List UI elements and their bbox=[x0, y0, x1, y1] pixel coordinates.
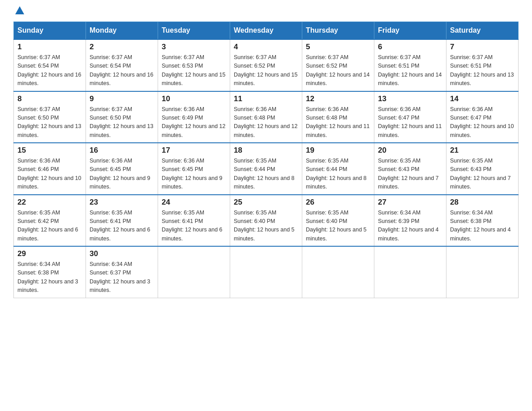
calendar-header-friday: Friday bbox=[374, 22, 446, 40]
day-info: Sunrise: 6:34 AMSunset: 6:37 PMDaylight:… bbox=[90, 260, 154, 295]
calendar-cell: 26Sunrise: 6:35 AMSunset: 6:40 PMDayligh… bbox=[302, 195, 374, 247]
day-info: Sunrise: 6:36 AMSunset: 6:48 PMDaylight:… bbox=[234, 105, 298, 140]
day-info: Sunrise: 6:34 AMSunset: 6:38 PMDaylight:… bbox=[17, 260, 82, 295]
day-info: Sunrise: 6:34 AMSunset: 6:39 PMDaylight:… bbox=[378, 209, 442, 244]
day-number: 29 bbox=[17, 249, 82, 258]
day-info: Sunrise: 6:36 AMSunset: 6:47 PMDaylight:… bbox=[378, 105, 442, 140]
day-number: 24 bbox=[162, 198, 226, 207]
day-info: Sunrise: 6:37 AMSunset: 6:51 PMDaylight:… bbox=[378, 53, 442, 88]
calendar-cell: 3Sunrise: 6:37 AMSunset: 6:53 PMDaylight… bbox=[158, 39, 230, 91]
day-number: 22 bbox=[17, 198, 82, 207]
calendar-cell: 18Sunrise: 6:35 AMSunset: 6:44 PMDayligh… bbox=[230, 143, 302, 195]
day-info: Sunrise: 6:35 AMSunset: 6:43 PMDaylight:… bbox=[378, 157, 442, 192]
calendar-cell: 29Sunrise: 6:34 AMSunset: 6:38 PMDayligh… bbox=[14, 246, 86, 298]
calendar-header-thursday: Thursday bbox=[302, 22, 374, 40]
day-number: 14 bbox=[450, 94, 515, 103]
day-number: 19 bbox=[306, 146, 370, 155]
calendar-cell: 6Sunrise: 6:37 AMSunset: 6:51 PMDaylight… bbox=[374, 39, 446, 91]
calendar-cell: 21Sunrise: 6:35 AMSunset: 6:43 PMDayligh… bbox=[446, 143, 519, 195]
day-number: 18 bbox=[234, 146, 298, 155]
calendar-cell: 13Sunrise: 6:36 AMSunset: 6:47 PMDayligh… bbox=[374, 91, 446, 143]
calendar-week-5: 29Sunrise: 6:34 AMSunset: 6:38 PMDayligh… bbox=[14, 246, 519, 298]
calendar-table: SundayMondayTuesdayWednesdayThursdayFrid… bbox=[13, 21, 519, 298]
day-number: 8 bbox=[17, 94, 82, 103]
day-info: Sunrise: 6:37 AMSunset: 6:52 PMDaylight:… bbox=[306, 53, 370, 88]
calendar-cell: 16Sunrise: 6:36 AMSunset: 6:45 PMDayligh… bbox=[86, 143, 158, 195]
day-number: 5 bbox=[306, 43, 370, 51]
day-info: Sunrise: 6:36 AMSunset: 6:48 PMDaylight:… bbox=[306, 105, 370, 140]
day-info: Sunrise: 6:37 AMSunset: 6:50 PMDaylight:… bbox=[17, 105, 82, 140]
calendar-cell: 1Sunrise: 6:37 AMSunset: 6:54 PMDaylight… bbox=[14, 39, 86, 91]
day-info: Sunrise: 6:37 AMSunset: 6:54 PMDaylight:… bbox=[17, 53, 82, 88]
logo bbox=[13, 9, 25, 13]
calendar-cell bbox=[446, 246, 519, 298]
day-info: Sunrise: 6:35 AMSunset: 6:41 PMDaylight:… bbox=[162, 209, 226, 244]
calendar-cell: 23Sunrise: 6:35 AMSunset: 6:41 PMDayligh… bbox=[86, 195, 158, 247]
calendar-cell: 10Sunrise: 6:36 AMSunset: 6:49 PMDayligh… bbox=[158, 91, 230, 143]
day-number: 10 bbox=[162, 94, 226, 103]
day-info: Sunrise: 6:35 AMSunset: 6:42 PMDaylight:… bbox=[17, 209, 82, 244]
calendar-header-saturday: Saturday bbox=[446, 22, 519, 40]
calendar-cell: 15Sunrise: 6:36 AMSunset: 6:46 PMDayligh… bbox=[14, 143, 86, 195]
day-number: 3 bbox=[162, 43, 226, 51]
day-number: 23 bbox=[90, 198, 154, 207]
day-number: 15 bbox=[17, 146, 82, 155]
calendar-cell: 12Sunrise: 6:36 AMSunset: 6:48 PMDayligh… bbox=[302, 91, 374, 143]
day-info: Sunrise: 6:34 AMSunset: 6:38 PMDaylight:… bbox=[450, 209, 515, 244]
day-info: Sunrise: 6:35 AMSunset: 6:41 PMDaylight:… bbox=[90, 209, 154, 244]
day-number: 16 bbox=[90, 146, 154, 155]
calendar-cell bbox=[374, 246, 446, 298]
day-number: 7 bbox=[450, 43, 515, 51]
day-number: 1 bbox=[17, 43, 82, 51]
day-info: Sunrise: 6:37 AMSunset: 6:50 PMDaylight:… bbox=[90, 105, 154, 140]
day-number: 4 bbox=[234, 43, 298, 51]
day-info: Sunrise: 6:35 AMSunset: 6:40 PMDaylight:… bbox=[306, 209, 370, 244]
day-info: Sunrise: 6:35 AMSunset: 6:43 PMDaylight:… bbox=[450, 157, 515, 192]
day-info: Sunrise: 6:37 AMSunset: 6:51 PMDaylight:… bbox=[450, 53, 515, 88]
day-info: Sunrise: 6:36 AMSunset: 6:45 PMDaylight:… bbox=[90, 157, 154, 192]
calendar-cell: 30Sunrise: 6:34 AMSunset: 6:37 PMDayligh… bbox=[86, 246, 158, 298]
day-number: 13 bbox=[378, 94, 442, 103]
day-info: Sunrise: 6:35 AMSunset: 6:44 PMDaylight:… bbox=[306, 157, 370, 192]
calendar-cell: 14Sunrise: 6:36 AMSunset: 6:47 PMDayligh… bbox=[446, 91, 519, 143]
day-info: Sunrise: 6:37 AMSunset: 6:53 PMDaylight:… bbox=[162, 53, 226, 88]
day-number: 9 bbox=[90, 94, 154, 103]
day-info: Sunrise: 6:35 AMSunset: 6:44 PMDaylight:… bbox=[234, 157, 298, 192]
calendar-cell: 25Sunrise: 6:35 AMSunset: 6:40 PMDayligh… bbox=[230, 195, 302, 247]
day-number: 2 bbox=[90, 43, 154, 51]
calendar-cell: 4Sunrise: 6:37 AMSunset: 6:52 PMDaylight… bbox=[230, 39, 302, 91]
day-number: 25 bbox=[234, 198, 298, 207]
day-info: Sunrise: 6:36 AMSunset: 6:49 PMDaylight:… bbox=[162, 105, 226, 140]
day-number: 26 bbox=[306, 198, 370, 207]
calendar-week-3: 15Sunrise: 6:36 AMSunset: 6:46 PMDayligh… bbox=[14, 143, 519, 195]
calendar-week-4: 22Sunrise: 6:35 AMSunset: 6:42 PMDayligh… bbox=[14, 195, 519, 247]
calendar-cell: 7Sunrise: 6:37 AMSunset: 6:51 PMDaylight… bbox=[446, 39, 519, 91]
calendar-header-row: SundayMondayTuesdayWednesdayThursdayFrid… bbox=[14, 22, 519, 40]
calendar-header-tuesday: Tuesday bbox=[158, 22, 230, 40]
day-info: Sunrise: 6:36 AMSunset: 6:45 PMDaylight:… bbox=[162, 157, 226, 192]
calendar-cell: 24Sunrise: 6:35 AMSunset: 6:41 PMDayligh… bbox=[158, 195, 230, 247]
calendar-cell: 28Sunrise: 6:34 AMSunset: 6:38 PMDayligh… bbox=[446, 195, 519, 247]
page-header bbox=[13, 9, 519, 13]
calendar-cell: 5Sunrise: 6:37 AMSunset: 6:52 PMDaylight… bbox=[302, 39, 374, 91]
calendar-cell: 17Sunrise: 6:36 AMSunset: 6:45 PMDayligh… bbox=[158, 143, 230, 195]
day-info: Sunrise: 6:37 AMSunset: 6:52 PMDaylight:… bbox=[234, 53, 298, 88]
day-number: 27 bbox=[378, 198, 442, 207]
calendar-header-sunday: Sunday bbox=[14, 22, 86, 40]
day-number: 17 bbox=[162, 146, 226, 155]
day-number: 28 bbox=[450, 198, 515, 207]
day-number: 6 bbox=[378, 43, 442, 51]
day-info: Sunrise: 6:35 AMSunset: 6:40 PMDaylight:… bbox=[234, 209, 298, 244]
day-number: 21 bbox=[450, 146, 515, 155]
calendar-cell bbox=[158, 246, 230, 298]
day-number: 20 bbox=[378, 146, 442, 155]
day-number: 12 bbox=[306, 94, 370, 103]
calendar-week-2: 8Sunrise: 6:37 AMSunset: 6:50 PMDaylight… bbox=[14, 91, 519, 143]
calendar-cell: 11Sunrise: 6:36 AMSunset: 6:48 PMDayligh… bbox=[230, 91, 302, 143]
calendar-cell: 20Sunrise: 6:35 AMSunset: 6:43 PMDayligh… bbox=[374, 143, 446, 195]
day-number: 11 bbox=[234, 94, 298, 103]
calendar-cell: 9Sunrise: 6:37 AMSunset: 6:50 PMDaylight… bbox=[86, 91, 158, 143]
calendar-cell: 27Sunrise: 6:34 AMSunset: 6:39 PMDayligh… bbox=[374, 195, 446, 247]
day-info: Sunrise: 6:36 AMSunset: 6:47 PMDaylight:… bbox=[450, 105, 515, 140]
day-info: Sunrise: 6:37 AMSunset: 6:54 PMDaylight:… bbox=[90, 53, 154, 88]
